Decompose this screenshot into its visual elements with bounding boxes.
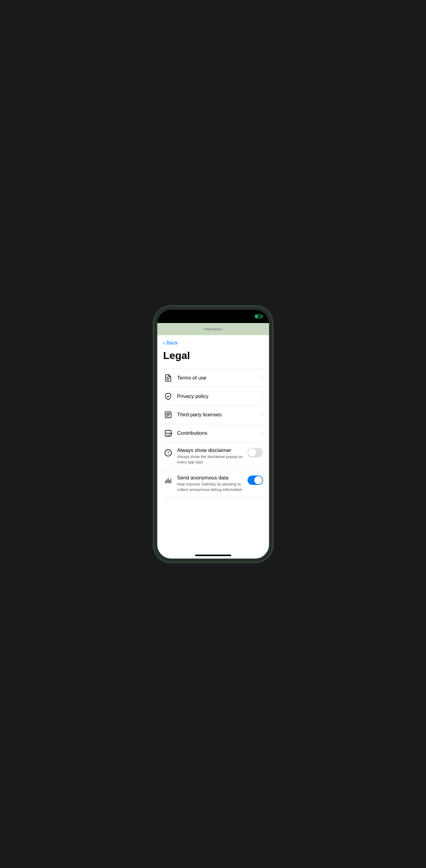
third-party-licenses-item[interactable]: Third party licenses ›: [163, 406, 263, 424]
contributions-label: Contributions: [177, 430, 207, 436]
disclaimer-toggle-knob: [248, 448, 256, 457]
privacy-chevron-icon: ›: [261, 393, 263, 399]
contributions-item[interactable]: THANK YOU Contributions ›: [163, 424, 263, 443]
page-title: Legal: [163, 350, 263, 362]
terms-label: Terms of use: [177, 375, 207, 381]
document-icon: [163, 373, 173, 383]
back-chevron-icon: ‹: [163, 340, 165, 346]
phone-frame: Hellevoetsluis ‹ Back Legal: [154, 307, 272, 562]
battery-tip: [262, 315, 263, 317]
disclaimer-item: Always show disclaimer Always show the d…: [163, 443, 263, 470]
back-label: Back: [166, 340, 178, 346]
contributions-content: Contributions: [177, 430, 259, 436]
anonymous-toggle[interactable]: [248, 475, 263, 485]
licenses-label: Third party licenses: [177, 412, 222, 417]
licenses-content: Third party licenses: [177, 412, 259, 418]
anonymous-toggle-knob: [254, 476, 262, 484]
map-preview: Hellevoetsluis: [157, 323, 269, 335]
thankyou-icon: THANK YOU: [163, 428, 173, 438]
privacy-label: Privacy policy: [177, 393, 209, 399]
anonymous-content: Send anonymous data Help improve SafeSky…: [177, 475, 245, 492]
list-doc-icon: [163, 410, 173, 420]
battery-fill: [256, 315, 258, 317]
disclaimer-content: Always show disclaimer Always show the d…: [177, 447, 245, 465]
disclaimer-toggle[interactable]: [248, 448, 263, 457]
shield-check-icon: [163, 392, 173, 401]
privacy-content: Privacy policy: [177, 393, 259, 399]
disclaimer-toggle-container: [248, 448, 263, 457]
terms-of-use-item[interactable]: Terms of use ›: [163, 369, 263, 388]
map-label: Hellevoetsluis: [204, 327, 222, 331]
chart-bars-icon: [163, 475, 173, 485]
svg-text:YOU: YOU: [166, 434, 170, 436]
home-indicator: [195, 555, 231, 556]
status-bar: [157, 310, 269, 323]
battery-body: [255, 315, 262, 318]
privacy-policy-item[interactable]: Privacy policy ›: [163, 388, 263, 406]
anonymous-subtitle: Help improve SafeSky by allowing to coll…: [177, 482, 245, 492]
contributions-chevron-icon: ›: [261, 430, 263, 436]
terms-chevron-icon: ›: [261, 375, 263, 381]
phone-screen: Hellevoetsluis ‹ Back Legal: [157, 310, 269, 559]
disclaimer-label: Always show disclaimer: [177, 447, 232, 453]
licenses-chevron-icon: ›: [261, 411, 263, 418]
anonymous-label: Send anonymous data: [177, 475, 229, 480]
anonymous-data-item: Send anonymous data Help improve SafeSky…: [163, 470, 263, 498]
exclamation-circle-icon: [163, 448, 173, 458]
back-button[interactable]: ‹ Back: [163, 340, 178, 346]
terms-content: Terms of use: [177, 375, 259, 381]
anonymous-toggle-container: [248, 475, 263, 485]
disclaimer-subtitle: Always show the disclaimer popup on ever…: [177, 454, 245, 465]
menu-list: Terms of use › Privacy policy: [163, 369, 263, 498]
battery-indicator: [255, 315, 263, 318]
content-area: ‹ Back Legal: [157, 335, 269, 559]
